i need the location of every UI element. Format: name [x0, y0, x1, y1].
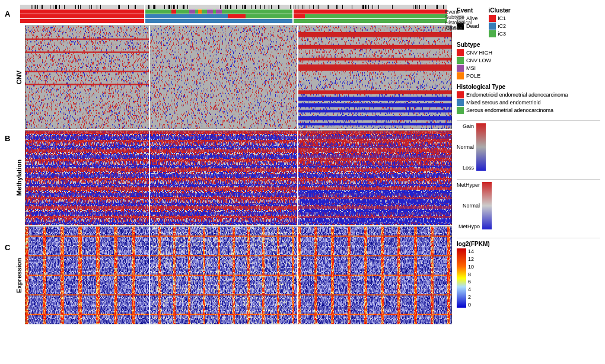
expr-gradient-bar	[457, 248, 466, 308]
methylation-heatmap	[25, 130, 452, 225]
expr-label-8: 8	[468, 272, 474, 277]
subtype-row-label: Subtype	[445, 15, 472, 20]
event-icluster-legends: Event Alive Dead iCluster iC1	[457, 7, 600, 38]
expr-gradient-title: log2(FPKM)	[457, 241, 600, 247]
methylation-label: Methylation	[15, 159, 24, 196]
cnv-gradient-labels: Gain Normal Loss	[457, 123, 474, 171]
hist-mixed-swatch	[457, 99, 464, 106]
expression-row: Expression	[15, 226, 452, 324]
cnv-normal-label: Normal	[457, 144, 474, 150]
hist-endo: Endometrioid endometrial adenocarcinoma	[457, 91, 600, 98]
legend-divider-3	[457, 238, 600, 238]
meth-gradient-bar	[482, 182, 492, 229]
hist-endo-swatch	[457, 91, 464, 98]
cnv-gain-label: Gain	[463, 123, 474, 129]
section-c-label: C	[5, 243, 10, 252]
cnv-gradient-bar	[476, 123, 486, 171]
ic3-item: iC3	[489, 30, 511, 37]
methylation-row: Methylation	[15, 130, 452, 225]
expr-gradient-container: 14 12 10 8 6 4 2 0	[457, 248, 600, 308]
expression-label: Expression	[15, 258, 24, 293]
subtype-cnvlow-swatch	[457, 57, 464, 64]
expr-label-2: 2	[468, 294, 474, 300]
expr-label-6: 6	[468, 279, 474, 285]
legend-divider-1	[457, 120, 600, 121]
legend-panel: Event Alive Dead iCluster iC1	[452, 5, 603, 359]
ic3-label: iC3	[498, 31, 507, 37]
hist-endo-label: Endometrioid endometrial adenocarcinoma	[466, 92, 568, 98]
expr-label-4: 4	[468, 286, 474, 292]
cnv-label: CNV	[15, 71, 24, 84]
meth-gradient-legend: MetHyper Normal MetHypo	[457, 182, 600, 229]
meth-hypo-label: MetHypo	[458, 223, 480, 229]
hist-mixed-label: Mixed serous and endometrioid	[466, 100, 541, 106]
ann-row-labels: Event Subtype Histological Type iCluster	[445, 9, 472, 30]
meth-normal-label: Normal	[463, 203, 480, 209]
subtype-cnvlow: CNV LOW	[457, 57, 600, 64]
ic2-label: iC2	[498, 23, 507, 29]
expr-label-14: 14	[468, 248, 474, 254]
ic1-item: iC1	[489, 15, 511, 22]
expr-gradient-legend: log2(FPKM) 14 12 10 8 6 4 2 0	[457, 241, 600, 308]
hist-serous-swatch	[457, 107, 464, 114]
hist-serous-label: Serous endometrial adenocarcinoma	[466, 107, 553, 113]
ic3-swatch	[489, 30, 496, 37]
subtype-cnvhigh-swatch	[457, 49, 464, 56]
meth-hyper-label: MetHyper	[457, 182, 480, 188]
subtype-msi-label: MSI	[466, 65, 476, 71]
hist-mixed: Mixed serous and endometrioid	[457, 99, 600, 106]
icluster-legend: iCluster iC1 iC2 iC3	[489, 7, 511, 38]
subtype-legend: Subtype CNV HIGH CNV LOW MSI POLE	[457, 41, 600, 80]
legend-divider-2	[457, 179, 600, 180]
expr-label-12: 12	[468, 256, 474, 262]
expr-gradient-labels: 14 12 10 8 6 4 2 0	[468, 248, 474, 308]
histological-legend: Histological Type Endometrioid endometri…	[457, 84, 600, 114]
histological-legend-title: Histological Type	[457, 84, 600, 90]
subtype-cnvhigh: CNV HIGH	[457, 49, 600, 56]
section-b-label: B	[5, 134, 10, 143]
ic2-swatch	[489, 23, 496, 30]
expression-heatmap	[25, 226, 452, 324]
meth-gradient-labels: MetHyper Normal MetHypo	[457, 182, 480, 229]
cnv-loss-label: Loss	[463, 165, 474, 171]
subtype-legend-title: Subtype	[457, 41, 600, 48]
cnv-heatmap	[25, 25, 452, 129]
main-container: A CNV B Methylation C Expression Event S	[0, 0, 605, 364]
histtype-row-label: Histological Type	[445, 20, 472, 25]
subtype-msi-swatch	[457, 65, 464, 72]
cnv-gradient-legend: Gain Normal Loss	[457, 123, 600, 171]
event-row-label: Event	[445, 9, 472, 14]
ic1-label: iC1	[498, 15, 507, 21]
expr-label-10: 10	[468, 264, 474, 270]
hist-serous: Serous endometrial adenocarcinoma	[457, 107, 600, 114]
icluster-legend-title: iCluster	[489, 7, 511, 14]
ic2-item: iC2	[489, 23, 511, 30]
subtype-cnvhigh-label: CNV HIGH	[466, 50, 492, 56]
subtype-pole: POLE	[457, 72, 600, 79]
subtype-cnvlow-label: CNV LOW	[466, 58, 491, 63]
ic1-swatch	[489, 15, 496, 22]
subtype-msi: MSI	[457, 65, 600, 72]
annotation-bars-container	[20, 5, 452, 25]
section-a-label: A	[5, 9, 10, 18]
expr-label-0: 0	[468, 302, 474, 308]
cnv-row: CNV	[15, 25, 452, 129]
annotation-bars-canvas	[20, 5, 447, 25]
subtype-pole-swatch	[457, 72, 464, 79]
subtype-pole-label: POLE	[466, 73, 480, 79]
icluster-row-label: iCluster	[445, 25, 472, 30]
